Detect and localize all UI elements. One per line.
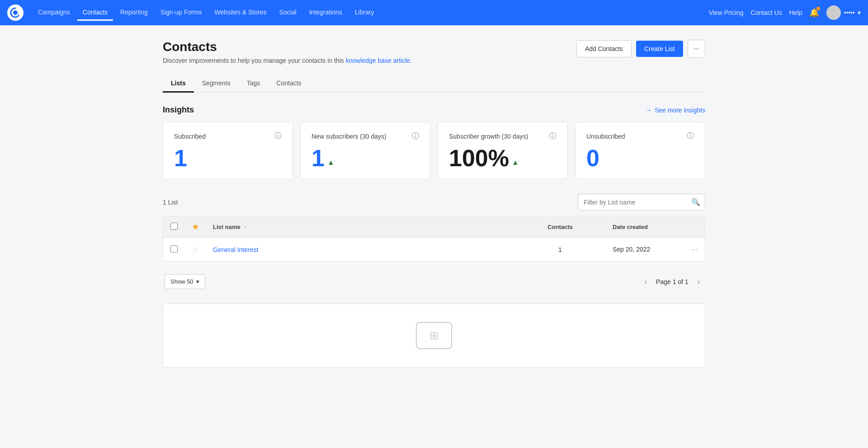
filter-search-button[interactable]: 🔍 [687,194,705,210]
th-date-created: Date created [605,216,705,238]
td-date: Sep 20, 2022 ··· [605,238,705,261]
th-list-name[interactable]: List name ↑ [206,216,515,238]
row-checkbox[interactable] [170,245,178,252]
insight-value-subscribed: 1 [174,146,282,170]
page-navigation: ‹ Page 1 of 1 › [641,276,703,288]
th-select-all [163,216,185,238]
nav-reporting[interactable]: Reporting [115,5,153,21]
insight-card-title: Subscribed [174,133,206,140]
td-contacts: 1 [515,238,605,261]
sort-icon: ↑ [244,224,247,230]
notification-dot [816,7,820,10]
td-checkbox [163,238,185,261]
svg-point-1 [13,10,18,15]
main-content: Contacts Discover improvements to help y… [145,25,723,382]
user-name: ••••• [844,9,855,16]
insight-card-unsubscribed: Unsubscribed ⓘ 0 [575,122,705,179]
insight-card-title-2: New subscribers (30 days) [311,133,387,140]
nav-links: Campaigns Contacts Reporting Sign-up For… [33,5,709,21]
table-header: ★ List name ↑ Contacts Date created [163,216,705,238]
filter-box: 🔍 [578,194,705,210]
star-icon[interactable]: ☆ [192,246,198,253]
chevron-down-icon: ▾ [196,278,199,285]
insights-title: Insights [163,105,194,115]
trend-up-icon-new-subscribers: ▲ [327,159,335,166]
insights-cards: Subscribed ⓘ 1 New subscribers (30 days)… [163,122,705,179]
add-contacts-button[interactable]: Add Contacts [576,40,632,57]
td-list-name[interactable]: General Interest [206,238,515,261]
tab-segments[interactable]: Segments [194,75,239,93]
insight-value-growth: 100% ▲ [449,146,557,170]
pagination: Show 50 ▾ ‹ Page 1 of 1 › [163,271,705,293]
page-header-left: Contacts Discover improvements to help y… [163,40,412,64]
list-header: 1 List 🔍 [163,194,705,210]
bottom-graphic: ⊞ [416,322,452,349]
page-title: Contacts [163,40,412,54]
next-page-button[interactable]: › [694,276,703,288]
see-more-insights-link[interactable]: → See more insights [646,107,705,114]
star-header-icon: ★ [192,223,198,231]
nav-contacts[interactable]: Contacts [77,5,113,21]
insight-card-header-3: Subscriber growth (30 days) ⓘ [449,131,557,141]
info-icon-growth[interactable]: ⓘ [549,131,557,141]
insight-card-growth: Subscriber growth (30 days) ⓘ 100% ▲ [438,122,568,179]
nav-library[interactable]: Library [349,5,380,21]
show-per-page-button[interactable]: Show 50 ▾ [165,274,205,289]
nav-websites[interactable]: Websites & Stores [209,5,272,21]
page-info: Page 1 of 1 [656,278,689,285]
insight-card-subscribed: Subscribed ⓘ 1 [163,122,293,179]
search-icon: 🔍 [691,198,700,206]
tab-tags[interactable]: Tags [239,75,269,93]
insights-header: Insights → See more insights [163,105,705,115]
info-icon-new-subscribers[interactable]: ⓘ [412,131,419,141]
tab-lists[interactable]: Lists [163,75,194,93]
tabs: Lists Segments Tags Contacts [163,75,705,93]
insight-value-new-subscribers: 1 ▲ [311,146,419,170]
insight-value-unsubscribed: 0 [586,146,694,170]
insight-card-header-4: Unsubscribed ⓘ [586,131,694,141]
main-nav: Campaigns Contacts Reporting Sign-up For… [0,0,868,25]
user-menu[interactable]: ••••• ▾ [826,5,861,20]
nav-view-pricing[interactable]: View Pricing [709,9,744,16]
knowledge-base-link[interactable]: knowledge base article. [346,57,412,64]
nav-signup-forms[interactable]: Sign-up Forms [155,5,208,21]
insight-card-new-subscribers: New subscribers (30 days) ⓘ 1 ▲ [300,122,430,179]
nav-integrations[interactable]: Integrations [304,5,348,21]
nav-right: View Pricing Contact Us Help 🔔 ••••• ▾ [709,5,861,20]
filter-input[interactable] [578,195,687,210]
tab-contacts[interactable]: Contacts [268,75,309,93]
nav-social[interactable]: Social [274,5,302,21]
nav-campaigns[interactable]: Campaigns [33,5,75,21]
chevron-down-icon: ▾ [858,9,861,16]
show-select: Show 50 ▾ [165,274,205,289]
trend-up-icon-growth: ▲ [512,159,519,166]
arrow-right-icon: → [646,107,652,114]
info-icon-unsubscribed[interactable]: ⓘ [687,131,694,141]
page-actions: Add Contacts Create List ··· [576,40,705,58]
app-logo[interactable] [7,5,24,21]
th-star: ★ [185,216,206,238]
insight-card-title-4: Unsubscribed [586,133,625,140]
td-star: ☆ [185,238,206,261]
row-more-actions[interactable]: ··· [692,246,698,254]
lists-table: ★ List name ↑ Contacts Date created [163,216,705,261]
prev-page-button[interactable]: ‹ [641,276,651,288]
create-list-button[interactable]: Create List [636,41,683,57]
notification-bell[interactable]: 🔔 [809,8,819,18]
page-subtitle: Discover improvements to help you manage… [163,57,412,64]
avatar [826,5,841,20]
table-body: ☆ General Interest 1 Sep 20, 2022 ··· [163,238,705,261]
th-contacts: Contacts [515,216,605,238]
page-header: Contacts Discover improvements to help y… [163,40,705,64]
insight-card-title-3: Subscriber growth (30 days) [449,133,528,140]
bottom-section: ⊞ [163,303,705,368]
info-icon-subscribed[interactable]: ⓘ [274,131,282,141]
select-all-checkbox[interactable] [170,223,178,230]
lists-table-wrap: ★ List name ↑ Contacts Date created [163,216,705,261]
nav-help[interactable]: Help [789,9,802,16]
more-options-button[interactable]: ··· [688,40,705,58]
insight-card-header-2: New subscribers (30 days) ⓘ [311,131,419,141]
table-row: ☆ General Interest 1 Sep 20, 2022 ··· [163,238,705,261]
nav-contact-us[interactable]: Contact Us [750,9,782,16]
list-count: 1 List [163,199,178,206]
